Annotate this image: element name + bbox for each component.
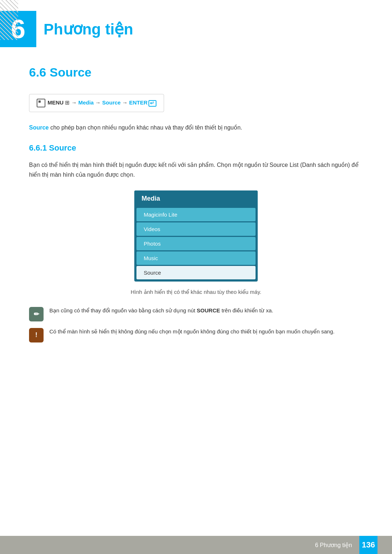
note-pencil-text: Bạn cũng có thể thay đổi nguồn vào bằng …: [49, 306, 273, 315]
note-exclamation-container: ! Có thể màn hình sẽ hiển thị không đúng…: [29, 327, 363, 342]
menu-path-box: MENU ⊞ → Media → Source → ENTER: [29, 94, 164, 112]
subsection-title: 6.6.1 Source: [29, 143, 363, 153]
note1-text-after: trên điều khiển từ xa.: [220, 307, 273, 313]
menu-item-photos[interactable]: Photos: [136, 237, 256, 250]
menu-item-magicinfo[interactable]: Magicinfo Lite: [136, 208, 256, 221]
menu-item-source[interactable]: Source: [136, 266, 256, 279]
menu-path-text: MENU ⊞ → Media → Source → ENTER: [48, 99, 156, 106]
note-pencil-container: ✏ Bạn cũng có thể thay đổi nguồn vào bằn…: [29, 306, 363, 321]
note-exclamation-text: Có thể màn hình sẽ hiển thị không đúng n…: [49, 327, 335, 336]
section-label: Source: [50, 65, 91, 79]
section-title: 6.6 Source: [29, 65, 363, 83]
media-menu-container: Media Magicinfo Lite Videos Photos Music…: [29, 190, 363, 282]
exclamation-icon: !: [29, 328, 44, 342]
subsection-number: 6.6.1: [29, 143, 47, 152]
section-description: Source cho phép bạn chọn nhiều nguồn khá…: [29, 123, 363, 132]
chapter-header: 6 Phương tiện: [0, 0, 392, 54]
pencil-icon: ✏: [29, 307, 44, 321]
subsection-label: Source: [49, 143, 76, 152]
media-menu-header: Media: [134, 190, 258, 207]
note1-text-before: Bạn cũng có thể thay đổi nguồn vào bằng …: [49, 307, 197, 313]
pencil-symbol: ✏: [34, 310, 39, 318]
source-desc-text: cho phép bạn chọn nhiều nguồn khác nhau …: [50, 124, 242, 131]
media-label: Media: [78, 99, 94, 106]
subsection-description: Bạn có thể hiển thị màn hình thiết bị ng…: [29, 160, 363, 180]
chapter-title: Phương tiện: [44, 20, 133, 38]
menu-item-videos[interactable]: Videos: [136, 222, 256, 236]
section-number: 6.6: [29, 65, 46, 79]
footer: 6 Phương tiện 136: [0, 536, 392, 554]
enter-label: ENTER: [129, 99, 148, 106]
enter-icon: [148, 100, 156, 107]
main-content: 6.6 Source MENU ⊞ → Media → Source → ENT…: [0, 58, 392, 356]
menu-item-music[interactable]: Music: [136, 251, 256, 265]
note1-bold: SOURCE: [197, 307, 220, 313]
menu-caption: Hình ảnh hiển thị có thể khác nhau tùy t…: [29, 289, 363, 295]
menu-icon: [37, 99, 45, 107]
footer-label: 6 Phương tiện: [315, 542, 352, 549]
media-menu: Media Magicinfo Lite Videos Photos Music…: [134, 190, 258, 282]
exclamation-symbol: !: [35, 331, 37, 339]
source-bold: Source: [29, 124, 49, 131]
diagonal-pattern: [0, 0, 18, 40]
source-nav-label: Source: [102, 99, 121, 106]
footer-page-number: 136: [359, 536, 377, 554]
